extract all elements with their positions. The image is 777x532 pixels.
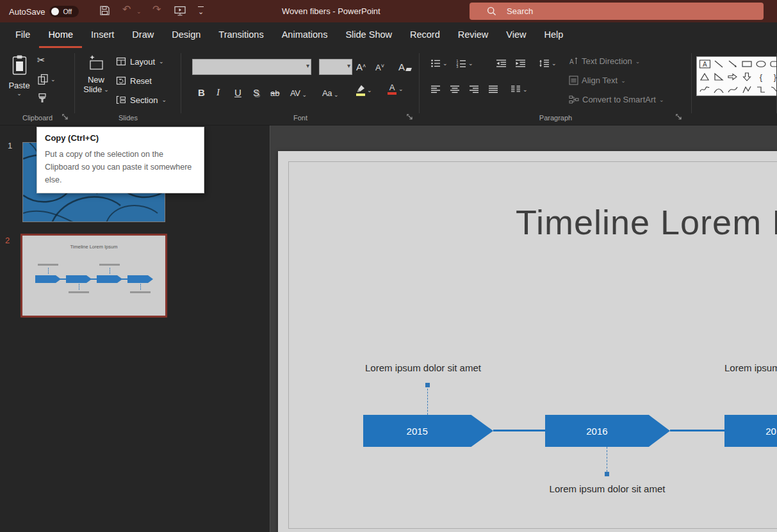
clear-formatting-button[interactable]: A	[398, 58, 411, 72]
tab-record[interactable]: Record	[401, 22, 449, 48]
character-spacing-button[interactable]: AV⌄	[290, 84, 307, 98]
font-name-combobox[interactable]: ▾	[192, 59, 311, 75]
timeline-annotation-bottom[interactable]: Lorem ipsum dolor sit amet	[544, 483, 670, 494]
align-right-button[interactable]	[469, 85, 479, 93]
bold-button[interactable]: B	[198, 84, 205, 98]
undo-icon[interactable]: ↶	[122, 4, 131, 15]
shape-arrow-line-icon[interactable]	[726, 58, 739, 70]
convert-smartart-button[interactable]: Convert to SmartArt ⌄	[569, 95, 664, 104]
paste-button[interactable]: Paste ⌄	[4, 54, 34, 97]
tab-transitions[interactable]: Transitions	[209, 22, 272, 48]
slide2-thumbnail-selected[interactable]: Timeline Lorem Ipsum	[20, 234, 167, 318]
bullets-button[interactable]: ⌄	[430, 59, 448, 68]
shape-triangle-icon[interactable]	[698, 71, 711, 83]
redo-icon[interactable]: ↷	[152, 4, 161, 15]
shape-freeform-icon[interactable]	[740, 84, 753, 95]
highlight-color-button[interactable]: ⌄	[356, 85, 372, 96]
numbering-button[interactable]: 123 ⌄	[456, 59, 473, 68]
bullets-chevron-icon: ⌄	[443, 60, 448, 67]
shape-scribble-icon[interactable]	[698, 84, 711, 95]
slide-canvas[interactable]: Timeline Lorem Ipsum Lorem ipsum dolor s…	[278, 151, 777, 532]
convert-smartart-chevron-icon: ⌄	[659, 97, 664, 103]
tab-help[interactable]: Help	[535, 22, 572, 48]
timeline-milestone-2015[interactable]: 2015	[363, 415, 493, 447]
tab-design[interactable]: Design	[163, 22, 209, 48]
layout-button[interactable]: Layout ⌄	[116, 56, 164, 67]
shape-oval-icon[interactable]	[755, 58, 767, 70]
italic-button[interactable]: I	[217, 84, 220, 98]
tab-draw[interactable]: Draw	[123, 22, 163, 48]
tab-animations[interactable]: Animations	[273, 22, 337, 48]
timeline-annotation-top-left[interactable]: Lorem ipsum dolor sit amet	[365, 362, 481, 373]
shape-right-triangle-icon[interactable]	[712, 71, 725, 83]
new-slide-label-line1: New	[88, 75, 104, 85]
search-input[interactable]: Search	[470, 3, 764, 20]
leader-dash-line	[427, 389, 428, 415]
selection-handle[interactable]	[605, 472, 609, 476]
present-icon[interactable]	[174, 6, 186, 17]
increase-indent-button[interactable]	[515, 59, 526, 68]
font-name-dropdown-icon[interactable]: ▾	[306, 62, 309, 69]
font-color-button[interactable]: A ⌄	[388, 83, 404, 95]
justify-button[interactable]	[488, 85, 498, 93]
shrink-font-button[interactable]: A˅	[375, 58, 384, 72]
shape-brace-right-icon[interactable]: }	[769, 71, 777, 83]
selection-handle[interactable]	[425, 383, 430, 387]
tab-view[interactable]: View	[497, 22, 535, 48]
undo-chevron-icon[interactable]: ⌄	[136, 8, 142, 15]
clipboard-dialog-launcher[interactable]	[61, 113, 69, 121]
font-dialog-launcher[interactable]	[406, 113, 414, 121]
shape-line-icon[interactable]	[712, 58, 725, 70]
svg-text:A: A	[703, 61, 707, 68]
line-spacing-button[interactable]: ⌄	[539, 59, 557, 68]
tab-insert[interactable]: Insert	[82, 22, 123, 48]
shape-arc-icon[interactable]	[712, 84, 725, 95]
shape-elbow-connector-icon[interactable]	[755, 84, 767, 95]
change-case-button[interactable]: Aa⌄	[322, 84, 338, 98]
font-size-combobox[interactable]: ▾	[319, 59, 352, 75]
format-painter-button[interactable]	[37, 93, 47, 104]
save-icon[interactable]	[99, 5, 110, 16]
tab-slide-show[interactable]: Slide Show	[336, 22, 401, 48]
align-left-button[interactable]	[430, 85, 441, 93]
customize-qat-chevron-icon[interactable]: ⌄	[198, 6, 204, 16]
timeline-annotation-top-right[interactable]: Lorem ipsum dolor sit amet	[724, 362, 777, 373]
underline-button[interactable]: U	[234, 84, 241, 98]
grow-font-button[interactable]: A˄	[356, 58, 366, 72]
shape-rectangle-icon[interactable]	[740, 58, 753, 70]
strikethrough-button[interactable]: ab	[270, 84, 279, 98]
shape-curve-icon[interactable]	[726, 84, 739, 95]
shape-brace-left-icon[interactable]: {	[755, 71, 767, 83]
autosave-toggle[interactable]: Off	[49, 6, 79, 17]
shape-textbox-icon[interactable]: A	[698, 58, 711, 70]
font-size-dropdown-icon[interactable]: ▾	[347, 62, 350, 69]
slide-title-text[interactable]: Timeline Lorem Ipsum	[516, 202, 777, 242]
tab-review[interactable]: Review	[449, 22, 498, 48]
columns-button[interactable]: ⌄	[511, 85, 528, 93]
shape-rounded-rectangle-icon[interactable]	[769, 58, 777, 70]
shapes-gallery: A { }	[696, 56, 777, 96]
shape-curved-connector-icon[interactable]	[769, 84, 777, 95]
cut-button[interactable]: ✂	[37, 54, 45, 66]
text-shadow-button[interactable]: S	[253, 84, 259, 98]
slide1-number: 1	[8, 141, 12, 150]
shape-arrow-right-icon[interactable]	[726, 71, 739, 83]
new-slide-button[interactable]: New Slide ⌄	[81, 54, 111, 94]
tab-file[interactable]: File	[6, 22, 39, 48]
align-center-button[interactable]	[450, 85, 460, 93]
highlighter-icon	[356, 85, 365, 96]
align-text-button[interactable]: Align Text ⌄	[569, 76, 626, 85]
layout-chevron-icon: ⌄	[159, 58, 164, 65]
tab-home[interactable]: Home	[39, 22, 82, 48]
shape-arrow-down-icon[interactable]	[740, 71, 753, 83]
mini-timeline-arrow	[127, 275, 153, 283]
paragraph-dialog-launcher[interactable]	[675, 113, 683, 121]
timeline-milestone-2016[interactable]: 2016	[545, 415, 670, 447]
section-button[interactable]: Section ⌄	[116, 94, 167, 106]
autosave-control[interactable]: AutoSave Off	[9, 6, 79, 17]
text-direction-button[interactable]: A Text Direction ⌄	[569, 56, 640, 66]
timeline-milestone-2017[interactable]: 2017	[724, 415, 777, 447]
copy-button[interactable]: ⌄	[37, 74, 56, 85]
reset-button[interactable]: Reset	[116, 75, 152, 86]
decrease-indent-button[interactable]	[496, 59, 507, 68]
